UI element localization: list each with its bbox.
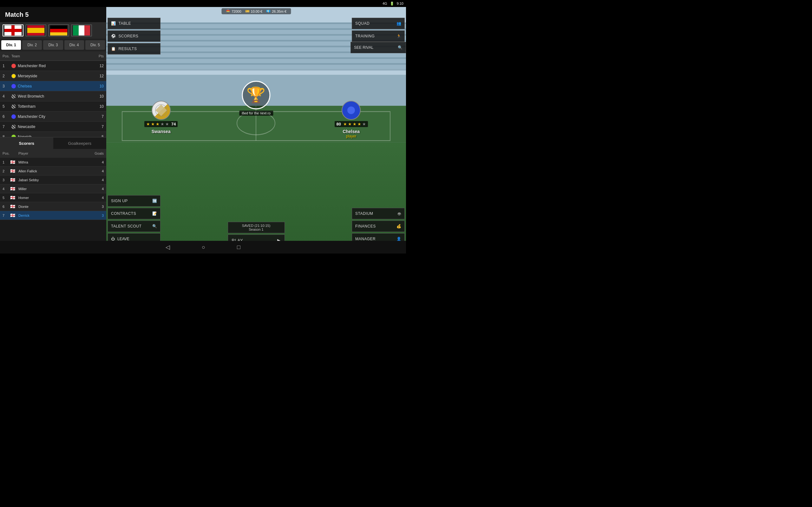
see-rival-label: SEE RIVAL <box>354 45 373 50</box>
sign-up-button[interactable]: SIGN UP ➡️ <box>107 195 160 207</box>
div-tab-2[interactable]: Div. 2 <box>22 40 42 50</box>
squad-icon: 👥 <box>397 21 402 26</box>
svg-rect-2 <box>11 25 14 36</box>
leave-label: LEAVE <box>117 237 130 241</box>
div-tab-3[interactable]: Div. 3 <box>43 40 63 50</box>
search-icon: 🔍 <box>398 45 403 50</box>
scorers-table: 1 🏴󠁧󠁢󠁥󠁮󠁧󠁿 Mithra 4 2 🏴󠁧󠁢󠁥󠁮󠁧󠁿 Allen Falli… <box>0 158 106 220</box>
team-indicator <box>11 114 16 119</box>
flag-england[interactable] <box>3 24 23 37</box>
squad-button[interactable]: SQUAD 👥 <box>352 18 405 29</box>
table-row[interactable]: 4 West Bromwich 10 <box>0 91 106 101</box>
div-tab-4[interactable]: Div. 4 <box>64 40 84 50</box>
table-nav-button[interactable]: 📊 TABLE <box>107 18 160 29</box>
scorer-row[interactable]: 2 🏴󠁧󠁢󠁥󠁮󠁧󠁿 Allen Fallick 4 <box>0 167 106 176</box>
scorers-tab[interactable]: Scorers <box>0 137 53 149</box>
team-indicator <box>11 84 16 89</box>
team-left: ★ ★ ★ ★ ★ 74 Swansea <box>144 101 177 134</box>
table-row[interactable]: 5 Tottenham 10 <box>0 101 106 112</box>
manager-icon: 👤 <box>397 237 402 241</box>
col-team-header: Team <box>11 54 94 58</box>
table-row[interactable]: 2 Merseyside 12 <box>0 71 106 81</box>
ticket-hud: 🎫 10.00 € <box>245 9 263 13</box>
home-button[interactable]: ○ <box>202 244 205 250</box>
team-indicator <box>11 64 16 68</box>
trophy-text: ified for the next ro <box>239 111 273 116</box>
balance-hud: 💶 26.35m € <box>266 9 287 13</box>
svg-rect-19 <box>106 57 406 59</box>
flag-germany[interactable] <box>48 24 69 37</box>
division-tabs: Div. 1 Div. 2 Div. 3 Div. 4 Div. 5 <box>0 39 106 51</box>
svg-rect-7 <box>50 32 67 36</box>
table-row[interactable]: 6 Manchester City 7 <box>0 112 106 122</box>
team-indicator <box>11 94 16 99</box>
flags-row <box>0 22 106 39</box>
swansea-rating: ★ ★ ★ ★ ★ 74 <box>144 121 177 127</box>
scorer-row-derrick[interactable]: 7 🏴󠁧󠁢󠁥󠁮󠁧󠁿 Derrick 3 <box>0 211 106 220</box>
match-title-bar: Match 5 <box>0 7 106 22</box>
team-indicator <box>11 104 16 109</box>
contracts-label: CONTRACTS <box>111 211 136 216</box>
svg-rect-21 <box>106 69 406 71</box>
table-row[interactable]: 1 Manchester Red 12 <box>0 61 106 71</box>
swansea-badge <box>152 101 171 120</box>
battery-icon: 🔋 <box>390 2 394 6</box>
saved-button[interactable]: SAVED (21:10:15) Season 1 <box>228 222 285 233</box>
table-row-chelsea[interactable]: 3 Chelsea 10 <box>0 81 106 91</box>
team-indicator <box>11 74 16 78</box>
finances-button[interactable]: FINANCES 💰 <box>352 221 405 232</box>
left-action-buttons: 📊 TABLE ⚽ SCORERS 📋 RESULTS <box>106 16 162 56</box>
finances-label: FINANCES <box>355 224 376 228</box>
center-trophy: 🏆 ified for the next ro <box>239 81 273 116</box>
col-pos-header: Pos. <box>3 54 11 58</box>
table-row[interactable]: 7 Newcastle 7 <box>0 122 106 132</box>
talent-scout-button[interactable]: TALENT SCOUT 🔍 <box>107 221 160 232</box>
scorers-nav-button[interactable]: ⚽ SCORERS <box>107 31 160 42</box>
talent-scout-label: TALENT SCOUT <box>111 224 142 228</box>
stadium-label: STADIUM <box>355 211 373 216</box>
training-button[interactable]: TRAINING 🏃 <box>352 31 405 42</box>
svg-rect-10 <box>84 25 90 36</box>
contracts-button[interactable]: CONTRACTS 📝 <box>107 208 160 219</box>
scorer-row[interactable]: 3 🏴󠁧󠁢󠁥󠁮󠁧󠁿 Jabari Sebby 4 <box>0 176 106 184</box>
contracts-icon: 📝 <box>152 211 157 216</box>
stadium-button[interactable]: STADIUM 🏟 <box>352 208 405 219</box>
div-tab-1[interactable]: Div. 1 <box>1 40 21 50</box>
scorer-row[interactable]: 4 🏴󠁧󠁢󠁥󠁮󠁧󠁿 Miller 4 <box>0 184 106 193</box>
training-icon: 🏃 <box>397 34 402 38</box>
sign-up-icon: ➡️ <box>152 199 157 203</box>
table-row[interactable]: 8 Norwich 5 <box>0 132 106 137</box>
time-display: 9:10 <box>397 2 403 5</box>
team-right: 80 ★ ★ ★ ★ ★ Chelsea player <box>335 101 368 138</box>
svg-rect-20 <box>106 63 406 65</box>
chelsea-sublabel: player <box>346 134 357 138</box>
trophy-circle: 🏆 <box>242 81 270 109</box>
leave-icon: ⏻ <box>111 237 115 241</box>
scorer-tabs: Scorers Goalkeepers <box>0 137 106 149</box>
bottom-left-buttons: SIGN UP ➡️ CONTRACTS 📝 TALENT SCOUT 🔍 ⏻ … <box>106 194 162 246</box>
scorer-row[interactable]: 5 🏴󠁧󠁢󠁥󠁮󠁧󠁿 Homer 4 <box>0 193 106 202</box>
results-nav-label: RESULTS <box>119 47 137 51</box>
see-rival-button[interactable]: SEE RIVAL 🔍 <box>351 42 406 53</box>
capacity-hud: 🏟️ 72000 <box>226 9 241 13</box>
bottom-right-buttons: STADIUM 🏟 FINANCES 💰 MANAGER 👤 <box>351 207 406 246</box>
ticket-icon: 🎫 <box>245 9 250 13</box>
recents-button[interactable]: □ <box>237 244 241 250</box>
trophy-icon: 🏆 <box>247 86 265 104</box>
back-button[interactable]: ◁ <box>165 244 170 250</box>
sign-up-label: SIGN UP <box>111 199 128 203</box>
flag-italy[interactable] <box>71 24 92 37</box>
manager-label: MANAGER <box>355 237 375 241</box>
scorer-row[interactable]: 1 🏴󠁧󠁢󠁥󠁮󠁧󠁿 Mithra 4 <box>0 158 106 167</box>
scorer-row[interactable]: 6 🏴󠁧󠁢󠁥󠁮󠁧󠁿 Dionte 3 <box>0 202 106 211</box>
team-indicator <box>11 124 16 129</box>
flag-spain[interactable] <box>26 24 46 37</box>
capacity-value: 72000 <box>232 9 241 13</box>
results-nav-button[interactable]: 📋 RESULTS <box>107 43 160 55</box>
league-table: 1 Manchester Red 12 2 Merseyside 12 3 Ch… <box>0 61 106 137</box>
match-title-text: Match 5 <box>5 11 29 18</box>
goalkeepers-tab[interactable]: Goalkeepers <box>53 137 107 149</box>
results-nav-icon: 📋 <box>111 47 116 51</box>
stadium-icon: 🏟 <box>397 211 402 216</box>
div-tab-5[interactable]: Div. 5 <box>85 40 105 50</box>
